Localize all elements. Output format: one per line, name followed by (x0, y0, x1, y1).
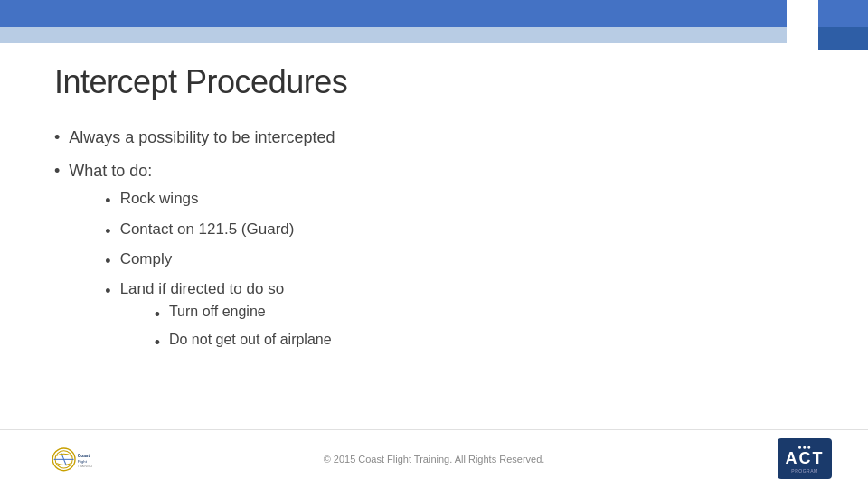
footer-text: © 2015 Coast Flight Training. All Rights… (324, 454, 545, 465)
sub-sub-bullet-1: • Turn off engine (155, 304, 332, 326)
act-logo: ●●● ACT PROGRAM (778, 438, 832, 479)
sub-bullet-2-text: Contact on 121.5 (Guard) (120, 221, 295, 239)
bullet-1-text: Always a possibility to be intercepted (69, 127, 335, 149)
act-main-text: ACT (786, 450, 825, 466)
sub-bullet-3: • Comply (105, 250, 331, 273)
act-badge: ●●● ACT PROGRAM (778, 438, 832, 479)
top-decoration (0, 0, 868, 50)
bullet-2: • What to do: • Rock wings • Contact on … (54, 160, 814, 367)
top-bar-blue (0, 0, 787, 27)
top-square-blue (818, 0, 868, 27)
coast-flight-logo: Coast Flight TRAINING (45, 441, 95, 477)
sub-bullet-dot-1: • (105, 190, 110, 212)
sub-bullets: • Rock wings • Contact on 121.5 (Guard) … (105, 190, 331, 360)
footer: © 2015 Coast Flight Training. All Rights… (0, 429, 868, 488)
sub-sub-bullet-dot-1: • (155, 304, 160, 326)
svg-text:Flight: Flight (78, 459, 88, 464)
bullet-dot-1: • (54, 127, 60, 149)
act-sub-text: PROGRAM (791, 468, 817, 474)
sub-bullet-4-text: Land if directed to do so (120, 280, 284, 297)
sub-sub-bullet-dot-2: • (155, 332, 160, 354)
sub-bullet-1: • Rock wings (105, 190, 331, 212)
bullet-dot-2: • (54, 160, 60, 183)
svg-text:TRAINING: TRAINING (78, 465, 93, 468)
sub-bullet-2: • Contact on 121.5 (Guard) (105, 221, 331, 243)
sub-sub-bullet-1-text: Turn off engine (169, 304, 266, 320)
sub-sub-bullet-2-text: Do not get out of airplane (169, 332, 332, 348)
coast-flight-logo-icon: Coast Flight TRAINING (45, 441, 95, 477)
svg-text:Coast: Coast (78, 454, 90, 458)
sub-bullet-dot-2: • (105, 221, 110, 243)
top-square-dark (818, 27, 868, 50)
slide-content: Intercept Procedures • Always a possibil… (54, 63, 814, 425)
bullet-2-text: What to do: (69, 162, 152, 180)
sub-sub-bullet-2: • Do not get out of airplane (155, 332, 332, 354)
sub-bullet-3-text: Comply (120, 250, 173, 268)
sub-bullet-dot-3: • (105, 250, 110, 273)
sub-bullet-1-text: Rock wings (120, 190, 199, 208)
slide-title: Intercept Procedures (54, 63, 814, 101)
bullet-1: • Always a possibility to be intercepted (54, 127, 814, 149)
top-bar-light (0, 27, 787, 43)
sub-bullet-4: • Land if directed to do so • Turn off e… (105, 280, 331, 360)
sub-bullet-dot-4: • (105, 280, 110, 303)
sub-sub-bullets: • Turn off engine • Do not get out of ai… (155, 304, 332, 354)
